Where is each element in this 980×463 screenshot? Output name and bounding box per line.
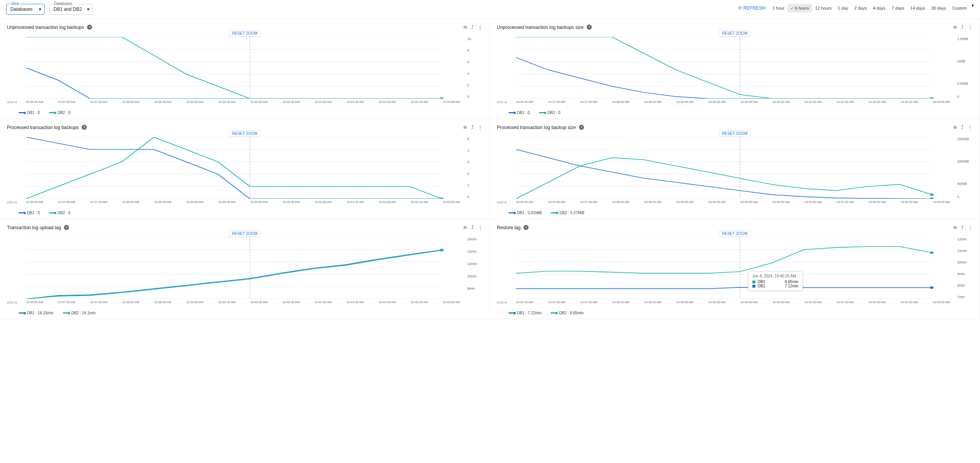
more-menu-icon[interactable]: ⋮ bbox=[968, 124, 973, 130]
legend-swatch bbox=[63, 312, 69, 314]
help-icon[interactable]: ? bbox=[87, 25, 92, 30]
help-icon[interactable]: ? bbox=[524, 225, 529, 230]
legend-item-DB1[interactable]: DB1 : 0.01MiB bbox=[508, 211, 542, 215]
legend-swatch bbox=[49, 112, 55, 113]
expand-legend-icon[interactable]: ≋ bbox=[953, 24, 957, 30]
share-icon[interactable]: ⤴ bbox=[471, 225, 474, 230]
y-axis-labels: 150MiB100MiB50MiB0 bbox=[957, 137, 973, 199]
chevron-down-icon: ▾ bbox=[87, 7, 89, 12]
legend-label: DB2 : 0 bbox=[547, 111, 560, 115]
legend-swatch bbox=[551, 212, 557, 213]
time-range-4-days[interactable]: 4 days bbox=[870, 4, 888, 12]
chart-plot-area[interactable]: RESET ZOOM543210UTC+3 bbox=[7, 137, 483, 199]
legend-label: DB1 : 0 bbox=[27, 111, 40, 115]
x-axis-labels: 10:36:30 AM10:37:00 AM10:37:30 AM10:38:0… bbox=[497, 300, 973, 304]
legend-item-DB2[interactable]: DB2 : 0 bbox=[49, 211, 70, 215]
more-menu-icon[interactable]: ⋮ bbox=[968, 24, 973, 30]
tooltip-series-value: 7.12min bbox=[785, 284, 799, 288]
legend-item-DB2[interactable]: DB2 : 5.37MiB bbox=[551, 211, 584, 215]
time-range-12-hours[interactable]: 12 hours bbox=[812, 4, 835, 12]
chart-plot-area[interactable]: RESET ZOOM12min11min10min9min8min7minUTC… bbox=[497, 237, 973, 299]
more-menu-icon[interactable]: ⋮ bbox=[478, 225, 483, 230]
share-icon[interactable]: ⤴ bbox=[961, 124, 964, 130]
reset-zoom-button[interactable]: RESET ZOOM bbox=[229, 30, 261, 37]
share-icon[interactable]: ⤴ bbox=[961, 225, 964, 230]
expand-legend-icon[interactable]: ≋ bbox=[463, 24, 467, 30]
tooltip-time: Jun 4, 2024, 10:40:25 AM bbox=[752, 274, 799, 278]
share-icon[interactable]: ⤴ bbox=[471, 24, 474, 30]
y-axis-labels: 1086420 bbox=[467, 37, 483, 99]
legend-label: DB2 : 8.65min bbox=[559, 311, 583, 315]
expand-legend-icon[interactable]: ≋ bbox=[953, 225, 957, 230]
timezone-label: UTC+3 bbox=[7, 301, 17, 304]
legend-label: DB1 : 0.01MiB bbox=[517, 211, 542, 215]
chart-card-c4: Processed transaction log backup size?≋⤴… bbox=[490, 119, 980, 219]
chart-title: Transaction log upload lag bbox=[7, 225, 61, 230]
legend-label: DB2 : 0 bbox=[57, 211, 70, 215]
share-icon[interactable]: ⤴ bbox=[961, 24, 964, 30]
legend-item-DB1[interactable]: DB1 : 7.12min bbox=[508, 311, 541, 315]
refresh-button[interactable]: ⟳ REFRESH bbox=[735, 4, 769, 12]
expand-legend-icon[interactable]: ≋ bbox=[953, 124, 957, 130]
chart-card-c6: Restore lag?≋⤴⋮RESET ZOOM12min11min10min… bbox=[490, 219, 980, 319]
chart-plot-area[interactable]: RESET ZOOM16min14min12min10min8minUTC+3 bbox=[7, 237, 483, 299]
legend-item-DB1[interactable]: DB1 : 0 bbox=[18, 211, 40, 215]
view-dropdown[interactable]: View Databases ▾ bbox=[6, 4, 45, 15]
time-range-30-days[interactable]: 30 days bbox=[928, 4, 950, 12]
chart-plot-area[interactable]: RESET ZOOM150MiB100MiB50MiB0UTC+3 bbox=[497, 137, 973, 199]
reset-zoom-button[interactable]: RESET ZOOM bbox=[229, 230, 261, 237]
databases-dropdown[interactable]: Databases DB1 and DB2 ▾ bbox=[49, 4, 93, 15]
legend-swatch bbox=[508, 312, 515, 314]
chevron-down-icon[interactable]: ▾ bbox=[972, 3, 974, 8]
legend-item-DB1[interactable]: DB1 : 0 bbox=[508, 111, 530, 115]
time-range-6-hours[interactable]: 6 hours bbox=[787, 4, 812, 12]
x-axis-labels: 10:36:30 AM10:37:00 AM10:37:30 AM10:38:0… bbox=[497, 200, 973, 204]
legend-item-DB2[interactable]: DB2 : 8.65min bbox=[550, 311, 583, 315]
chart-legend: DB1 : 0.01MiBDB2 : 5.37MiB bbox=[497, 211, 973, 215]
timezone-label: UTC+3 bbox=[497, 201, 507, 204]
x-axis-labels: 10:36:30 AM10:37:00 AM10:37:30 AM10:38:0… bbox=[7, 100, 483, 104]
time-range-pills: 1 hour6 hours12 hours1 day2 days4 days7 … bbox=[769, 4, 970, 12]
legend-item-DB2[interactable]: DB2 : 0 bbox=[49, 111, 70, 115]
chart-legend: DB1 : 0DB2 : 0 bbox=[7, 211, 483, 215]
legend-item-DB2[interactable]: DB2 : 14.1min bbox=[63, 311, 96, 315]
svg-point-34 bbox=[930, 198, 934, 199]
chart-title: Restore lag bbox=[497, 225, 520, 230]
chart-legend: DB1 : 7.12minDB2 : 8.65min bbox=[497, 311, 973, 315]
legend-item-DB2[interactable]: DB2 : 0 bbox=[539, 111, 560, 115]
share-icon[interactable]: ⤴ bbox=[471, 124, 474, 130]
legend-swatch bbox=[550, 312, 557, 314]
help-icon[interactable]: ? bbox=[82, 125, 87, 130]
timezone-label: UTC+3 bbox=[497, 101, 507, 104]
more-menu-icon[interactable]: ⋮ bbox=[478, 124, 483, 130]
time-range-14-days[interactable]: 14 days bbox=[907, 4, 928, 12]
expand-legend-icon[interactable]: ≋ bbox=[463, 225, 467, 230]
reset-zoom-button[interactable]: RESET ZOOM bbox=[719, 230, 751, 237]
time-range-2-days[interactable]: 2 days bbox=[851, 4, 870, 12]
chart-card-c3: Processed transaction log backups?≋⤴⋮RES… bbox=[0, 119, 490, 219]
legend-item-DB1[interactable]: DB1 : 14.15min bbox=[18, 311, 54, 315]
expand-legend-icon[interactable]: ≋ bbox=[463, 124, 467, 130]
legend-swatch bbox=[539, 112, 545, 113]
filter-bar: View Databases ▾ Databases DB1 and DB2 ▾… bbox=[0, 0, 980, 19]
more-menu-icon[interactable]: ⋮ bbox=[968, 225, 973, 230]
help-icon[interactable]: ? bbox=[587, 25, 592, 30]
view-dropdown-value: Databases bbox=[10, 7, 32, 12]
more-menu-icon[interactable]: ⋮ bbox=[478, 24, 483, 30]
tooltip-series-name: DB2 bbox=[758, 280, 765, 284]
time-range-Custom[interactable]: Custom bbox=[949, 4, 970, 12]
time-range-1-hour[interactable]: 1 hour bbox=[769, 4, 787, 12]
time-range-1-day[interactable]: 1 day bbox=[835, 4, 851, 12]
help-icon[interactable]: ? bbox=[579, 125, 584, 130]
help-icon[interactable]: ? bbox=[64, 225, 69, 230]
chevron-down-icon: ▾ bbox=[39, 7, 41, 12]
reset-zoom-button[interactable]: RESET ZOOM bbox=[719, 30, 751, 37]
legend-swatch bbox=[18, 312, 25, 314]
time-range-7-days[interactable]: 7 days bbox=[889, 4, 907, 12]
chart-legend: DB1 : 14.15minDB2 : 14.1min bbox=[7, 311, 483, 315]
chart-plot-area[interactable]: RESET ZOOM1086420UTC+3 bbox=[7, 37, 483, 99]
reset-zoom-button[interactable]: RESET ZOOM bbox=[719, 130, 751, 137]
legend-item-DB1[interactable]: DB1 : 0 bbox=[18, 111, 40, 115]
chart-plot-area[interactable]: RESET ZOOM1.5MiB1MiB0.5MiB0UTC+3 bbox=[497, 37, 973, 99]
reset-zoom-button[interactable]: RESET ZOOM bbox=[229, 130, 261, 137]
